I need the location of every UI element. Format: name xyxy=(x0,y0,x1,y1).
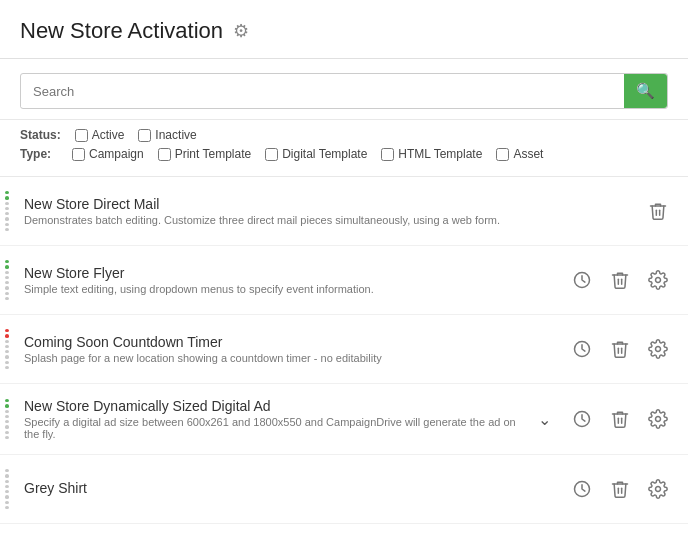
status-dot xyxy=(5,202,9,205)
status-inactive-checkbox[interactable] xyxy=(138,129,151,142)
status-dot xyxy=(5,228,9,231)
clock-icon[interactable] xyxy=(568,405,596,433)
status-dot xyxy=(5,276,9,279)
status-inactive-label: Inactive xyxy=(155,128,196,142)
status-dot xyxy=(5,271,9,274)
status-dot xyxy=(5,480,9,483)
list-item: Grey Shirt xyxy=(0,455,688,524)
search-bar-container: 🔍 xyxy=(0,59,688,120)
status-dot xyxy=(5,425,9,428)
status-dot xyxy=(5,340,9,343)
item-indicator xyxy=(0,469,14,509)
item-title: Coming Soon Countdown Timer xyxy=(24,334,568,350)
clock-icon[interactable] xyxy=(568,475,596,503)
gear-icon[interactable] xyxy=(644,475,672,503)
type-print-template-checkbox[interactable] xyxy=(158,148,171,161)
status-dot xyxy=(5,212,9,215)
status-dot xyxy=(5,196,9,199)
type-campaign-group: Campaign xyxy=(72,147,144,161)
item-description: Demonstrates batch editing. Customize th… xyxy=(24,214,644,226)
type-html-template-group: HTML Template xyxy=(381,147,482,161)
item-actions xyxy=(568,335,672,363)
item-indicator xyxy=(0,329,14,369)
type-asset-checkbox[interactable] xyxy=(496,148,509,161)
status-label: Status: xyxy=(20,128,61,142)
status-dot xyxy=(5,436,9,439)
status-filter-row: Status: Active Inactive xyxy=(20,128,668,142)
search-input[interactable] xyxy=(21,76,624,107)
status-dot xyxy=(5,260,9,263)
list-item: New Store Flyer Simple text editing, usi… xyxy=(0,246,688,315)
status-dot xyxy=(5,404,9,407)
status-dot xyxy=(5,355,9,358)
gear-icon[interactable] xyxy=(644,266,672,294)
type-campaign-label: Campaign xyxy=(89,147,144,161)
status-dot xyxy=(5,410,9,413)
chevron-down-icon[interactable]: ⌄ xyxy=(530,405,558,433)
item-indicator xyxy=(0,260,14,300)
item-title: New Store Flyer xyxy=(24,265,568,281)
item-actions: ⌄ xyxy=(530,405,672,433)
status-dot xyxy=(5,297,9,300)
search-icon: 🔍 xyxy=(636,82,655,99)
delete-icon[interactable] xyxy=(606,475,634,503)
status-dot xyxy=(5,207,9,210)
status-dot xyxy=(5,431,9,434)
status-active-checkbox[interactable] xyxy=(75,129,88,142)
item-actions xyxy=(644,197,672,225)
status-dot xyxy=(5,501,9,504)
item-content: Coming Soon Countdown Timer Splash page … xyxy=(18,334,568,364)
status-dot xyxy=(5,329,9,332)
status-dot xyxy=(5,506,9,509)
delete-icon[interactable] xyxy=(606,335,634,363)
status-dot xyxy=(5,292,9,295)
status-dot xyxy=(5,265,9,268)
search-button[interactable]: 🔍 xyxy=(624,74,667,108)
type-filter-row: Type: Campaign Print Template Digital Te… xyxy=(20,147,668,161)
gear-icon[interactable] xyxy=(644,335,672,363)
type-html-template-label: HTML Template xyxy=(398,147,482,161)
item-content: New Store Dynamically Sized Digital Ad S… xyxy=(18,398,530,440)
status-active-label: Active xyxy=(92,128,125,142)
delete-icon[interactable] xyxy=(606,405,634,433)
status-dot xyxy=(5,361,9,364)
item-indicator xyxy=(0,191,14,231)
settings-icon[interactable]: ⚙ xyxy=(233,20,249,42)
type-print-template-group: Print Template xyxy=(158,147,251,161)
status-dot xyxy=(5,469,9,472)
clock-icon[interactable] xyxy=(568,335,596,363)
type-label: Type: xyxy=(20,147,58,161)
item-title: New Store Direct Mail xyxy=(24,196,644,212)
gear-icon[interactable] xyxy=(644,405,672,433)
status-dot xyxy=(5,490,9,493)
status-dot xyxy=(5,286,9,289)
status-dot xyxy=(5,223,9,226)
page-title: New Store Activation xyxy=(20,18,223,44)
type-html-template-checkbox[interactable] xyxy=(381,148,394,161)
filters-section: Status: Active Inactive Type: Campaign xyxy=(0,120,688,177)
delete-icon[interactable] xyxy=(606,266,634,294)
status-dot xyxy=(5,366,9,369)
status-dot xyxy=(5,281,9,284)
list-item: New Store Dynamically Sized Digital Ad S… xyxy=(0,384,688,455)
status-active-group: Active xyxy=(75,128,125,142)
type-digital-template-checkbox[interactable] xyxy=(265,148,278,161)
svg-point-7 xyxy=(656,487,661,492)
search-wrapper: 🔍 xyxy=(20,73,668,109)
status-dot xyxy=(5,350,9,353)
type-campaign-checkbox[interactable] xyxy=(72,148,85,161)
item-content: New Store Flyer Simple text editing, usi… xyxy=(18,265,568,295)
type-digital-template-group: Digital Template xyxy=(265,147,367,161)
item-title: Grey Shirt xyxy=(24,480,568,496)
type-asset-label: Asset xyxy=(513,147,543,161)
status-dot xyxy=(5,334,9,337)
status-dot xyxy=(5,474,9,477)
status-dot xyxy=(5,495,9,498)
page-header: New Store Activation ⚙ xyxy=(0,0,688,59)
status-inactive-group: Inactive xyxy=(138,128,196,142)
clock-icon[interactable] xyxy=(568,266,596,294)
status-dot xyxy=(5,191,9,194)
svg-point-5 xyxy=(656,417,661,422)
status-dot xyxy=(5,399,9,402)
delete-icon[interactable] xyxy=(644,197,672,225)
